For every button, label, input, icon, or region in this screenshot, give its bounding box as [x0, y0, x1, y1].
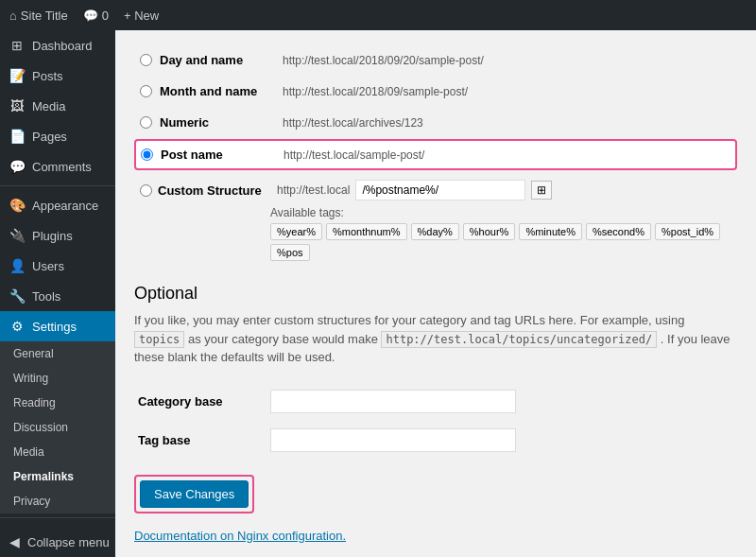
- settings-submenu: General Writing Reading Discussion Media…: [0, 341, 115, 513]
- admin-bar: ⌂ Site Title 💬 0 + New: [0, 0, 756, 30]
- optional-title: Optional: [134, 284, 737, 304]
- sidebar-label-pages: Pages: [32, 130, 67, 144]
- users-icon: 👤: [9, 258, 25, 273]
- url-post-name: http://test.local/sample-post/: [284, 148, 424, 162]
- tag-year[interactable]: %year%: [270, 223, 322, 240]
- sidebar: ⊞ Dashboard 📝 Posts 🖼 Media 📄 Pages 💬 Co…: [0, 30, 115, 557]
- appearance-icon: 🎨: [9, 198, 25, 213]
- option-numeric[interactable]: Numeric http://test.local/archives/123: [134, 108, 737, 137]
- pages-icon: 📄: [9, 129, 25, 144]
- tag-base-cell: [266, 421, 737, 460]
- comments-icon: 💬: [83, 9, 98, 23]
- wp-icon: ⌂: [9, 9, 17, 23]
- tag-pos[interactable]: %pos: [270, 244, 310, 261]
- permalinks-label: Permalinks: [13, 470, 74, 483]
- sidebar-label-appearance: Appearance: [32, 199, 98, 213]
- radio-day-name[interactable]: [140, 54, 152, 66]
- admin-bar-comments[interactable]: 💬 0: [83, 9, 109, 23]
- url-example-code: http://test.local/topics/uncategorized/: [381, 331, 657, 348]
- main-layout: ⊞ Dashboard 📝 Posts 🖼 Media 📄 Pages 💬 Co…: [0, 30, 756, 557]
- optional-form-table: Category base Tag base: [134, 382, 737, 460]
- doc-link[interactable]: Documentation on Nginx configuration.: [134, 529, 346, 543]
- save-button[interactable]: Save Changes: [140, 480, 249, 508]
- writing-label: Writing: [13, 372, 48, 385]
- sidebar-item-pages[interactable]: 📄 Pages: [0, 121, 115, 151]
- media-sub-label: Media: [13, 445, 44, 459]
- category-base-cell: [266, 382, 737, 421]
- label-post-name: Post name: [161, 148, 284, 162]
- site-title: Site Title: [21, 9, 68, 23]
- custom-structure-input[interactable]: [355, 180, 525, 200]
- label-month-name: Month and name: [160, 84, 283, 98]
- sidebar-label-media: Media: [32, 99, 65, 113]
- main-content: Day and name http://test.local/2018/09/2…: [115, 30, 756, 557]
- sidebar-item-plugins[interactable]: 🔌 Plugins: [0, 220, 115, 251]
- save-changes-wrap: Save Changes: [134, 475, 254, 513]
- sidebar-item-collapse[interactable]: ◀ Collapse menu: [0, 527, 115, 557]
- sidebar-item-appearance[interactable]: 🎨 Appearance: [0, 190, 115, 220]
- option-month-name[interactable]: Month and name http://test.local/2018/09…: [134, 77, 737, 106]
- option-day-name[interactable]: Day and name http://test.local/2018/09/2…: [134, 45, 737, 75]
- grid-icon-button[interactable]: ⊞: [531, 181, 552, 200]
- sidebar-item-media-sub[interactable]: Media: [0, 440, 115, 464]
- sidebar-item-media[interactable]: 🖼 Media: [0, 91, 115, 121]
- label-numeric: Numeric: [160, 115, 283, 130]
- settings-icon: ⚙: [9, 319, 25, 334]
- tag-post-id[interactable]: %post_id%: [655, 223, 720, 240]
- sidebar-item-dashboard[interactable]: ⊞ Dashboard: [0, 30, 115, 61]
- collapse-label: Collapse menu: [27, 535, 110, 549]
- optional-desc: If you like, you may enter custom struct…: [134, 311, 737, 367]
- label-day-name: Day and name: [160, 53, 283, 67]
- tag-monthnum[interactable]: %monthnum%: [326, 223, 407, 240]
- sidebar-item-settings[interactable]: ⚙ Settings: [0, 311, 115, 341]
- category-base-input[interactable]: [270, 390, 516, 413]
- tag-minute[interactable]: %minute%: [519, 223, 582, 240]
- comments-count: 0: [102, 9, 109, 23]
- sidebar-label-tools: Tools: [32, 289, 60, 304]
- tag-hour[interactable]: %hour%: [463, 223, 516, 240]
- custom-structure-inputs: Custom Structure http://test.local ⊞: [140, 180, 731, 200]
- custom-url-prefix: http://test.local: [277, 183, 350, 197]
- category-base-label: Category base: [134, 382, 266, 421]
- available-tags: Available tags: %year% %monthnum% %day% …: [140, 206, 731, 261]
- radio-month-name[interactable]: [140, 85, 152, 97]
- option-custom-structure: Custom Structure http://test.local ⊞ Ava…: [134, 172, 737, 269]
- admin-bar-site[interactable]: ⌂ Site Title: [9, 9, 68, 23]
- admin-bar-new[interactable]: + New: [124, 9, 159, 23]
- radio-custom-structure[interactable]: [140, 184, 152, 197]
- permalink-options: Day and name http://test.local/2018/09/2…: [134, 45, 737, 269]
- option-post-name[interactable]: Post name http://test.local/sample-post/: [134, 139, 737, 170]
- radio-post-name[interactable]: [141, 148, 153, 161]
- plugins-icon: 🔌: [9, 228, 25, 243]
- sidebar-item-comments[interactable]: 💬 Comments: [0, 151, 115, 182]
- sidebar-item-general[interactable]: General: [0, 341, 115, 366]
- tags-row: %year% %monthnum% %day% %hour% %minute% …: [270, 223, 731, 261]
- tag-second[interactable]: %second%: [586, 223, 651, 240]
- label-custom-structure: Custom Structure: [158, 183, 271, 198]
- sidebar-item-discussion[interactable]: Discussion: [0, 415, 115, 440]
- sidebar-label-comments: Comments: [32, 160, 92, 174]
- sidebar-label-plugins: Plugins: [32, 229, 73, 243]
- tag-base-row: Tag base: [134, 421, 737, 460]
- new-label: + New: [124, 9, 159, 23]
- sidebar-label-settings: Settings: [32, 320, 77, 334]
- media-icon: 🖼: [9, 98, 25, 113]
- sidebar-item-posts[interactable]: 📝 Posts: [0, 61, 115, 91]
- sidebar-item-users[interactable]: 👤 Users: [0, 251, 115, 281]
- dashboard-icon: ⊞: [9, 38, 25, 53]
- tag-base-input[interactable]: [270, 428, 516, 452]
- tag-day[interactable]: %day%: [411, 223, 459, 240]
- general-label: General: [13, 347, 54, 360]
- optional-desc-part1: If you like, you may enter custom struct…: [134, 313, 684, 327]
- sidebar-item-writing[interactable]: Writing: [0, 366, 115, 391]
- reading-label: Reading: [13, 396, 56, 409]
- comments-side-icon: 💬: [9, 159, 25, 174]
- tag-base-label: Tag base: [134, 421, 266, 460]
- sidebar-item-permalinks[interactable]: Permalinks: [0, 464, 115, 489]
- sidebar-item-privacy[interactable]: Privacy: [0, 489, 115, 513]
- available-tags-label: Available tags:: [270, 206, 344, 219]
- optional-desc-part2: as your category base would make: [184, 332, 381, 346]
- sidebar-item-reading[interactable]: Reading: [0, 391, 115, 415]
- sidebar-item-tools[interactable]: 🔧 Tools: [0, 281, 115, 311]
- radio-numeric[interactable]: [140, 116, 152, 129]
